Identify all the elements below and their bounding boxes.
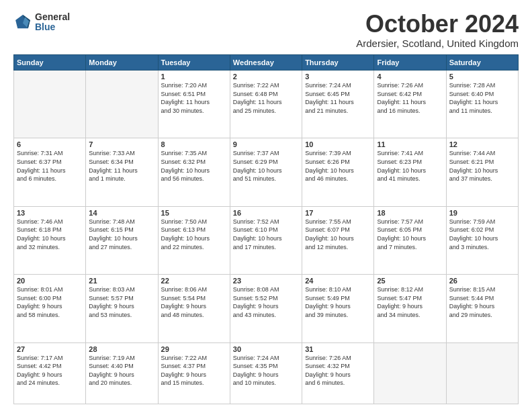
- weekday-header: Friday: [374, 55, 446, 71]
- day-info: Sunrise: 7:31 AM Sunset: 6:37 PM Dayligh…: [17, 149, 83, 183]
- calendar-cell: [86, 71, 158, 138]
- day-info: Sunrise: 7:55 AM Sunset: 6:07 PM Dayligh…: [305, 218, 371, 251]
- day-number: 25: [377, 277, 443, 285]
- calendar-cell: 30Sunrise: 7:24 AM Sunset: 4:35 PM Dayli…: [230, 342, 302, 404]
- calendar-cell: 26Sunrise: 8:15 AM Sunset: 5:44 PM Dayli…: [446, 275, 518, 342]
- calendar-cell: 5Sunrise: 7:28 AM Sunset: 6:40 PM Daylig…: [446, 71, 518, 138]
- logo-icon: [13, 13, 32, 32]
- day-number: 2: [233, 73, 299, 81]
- subtitle: Ardersier, Scotland, United Kingdom: [356, 38, 519, 49]
- day-number: 24: [305, 277, 371, 285]
- day-number: 30: [233, 345, 299, 353]
- day-number: 8: [161, 140, 227, 148]
- calendar-cell: 10Sunrise: 7:39 AM Sunset: 6:26 PM Dayli…: [302, 138, 374, 206]
- day-number: 3: [305, 73, 371, 81]
- day-number: 12: [449, 140, 515, 148]
- day-info: Sunrise: 7:41 AM Sunset: 6:23 PM Dayligh…: [377, 149, 443, 183]
- day-info: Sunrise: 7:57 AM Sunset: 6:05 PM Dayligh…: [377, 218, 443, 251]
- calendar-cell: 25Sunrise: 8:12 AM Sunset: 5:47 PM Dayli…: [374, 275, 446, 342]
- logo-blue: Blue: [35, 22, 70, 32]
- calendar-cell: 19Sunrise: 7:59 AM Sunset: 6:02 PM Dayli…: [446, 206, 518, 274]
- day-info: Sunrise: 7:26 AM Sunset: 4:32 PM Dayligh…: [305, 354, 371, 387]
- day-info: Sunrise: 7:17 AM Sunset: 4:42 PM Dayligh…: [17, 354, 83, 387]
- day-info: Sunrise: 7:20 AM Sunset: 6:51 PM Dayligh…: [161, 81, 227, 115]
- day-info: Sunrise: 8:03 AM Sunset: 5:57 PM Dayligh…: [89, 285, 154, 319]
- calendar-week-row: 1Sunrise: 7:20 AM Sunset: 6:51 PM Daylig…: [14, 71, 519, 138]
- calendar-cell: 12Sunrise: 7:44 AM Sunset: 6:21 PM Dayli…: [446, 138, 518, 206]
- calendar-cell: 28Sunrise: 7:19 AM Sunset: 4:40 PM Dayli…: [86, 342, 158, 404]
- calendar-cell: [14, 71, 86, 138]
- logo: General Blue: [13, 12, 70, 33]
- calendar-cell: 17Sunrise: 7:55 AM Sunset: 6:07 PM Dayli…: [302, 206, 374, 274]
- calendar-header-row: SundayMondayTuesdayWednesdayThursdayFrid…: [14, 55, 519, 71]
- calendar-week-row: 20Sunrise: 8:01 AM Sunset: 6:00 PM Dayli…: [14, 275, 519, 342]
- day-number: 9: [233, 140, 299, 148]
- day-info: Sunrise: 7:22 AM Sunset: 6:48 PM Dayligh…: [233, 81, 299, 115]
- calendar-week-row: 6Sunrise: 7:31 AM Sunset: 6:37 PM Daylig…: [14, 138, 519, 206]
- day-info: Sunrise: 8:06 AM Sunset: 5:54 PM Dayligh…: [161, 285, 227, 319]
- day-number: 10: [305, 140, 371, 148]
- calendar-cell: 3Sunrise: 7:24 AM Sunset: 6:45 PM Daylig…: [302, 71, 374, 138]
- day-info: Sunrise: 7:35 AM Sunset: 6:32 PM Dayligh…: [161, 149, 227, 183]
- day-info: Sunrise: 8:10 AM Sunset: 5:49 PM Dayligh…: [305, 285, 371, 319]
- day-info: Sunrise: 8:08 AM Sunset: 5:52 PM Dayligh…: [233, 285, 299, 319]
- calendar-cell: 4Sunrise: 7:26 AM Sunset: 6:42 PM Daylig…: [374, 71, 446, 138]
- calendar-cell: 9Sunrise: 7:37 AM Sunset: 6:29 PM Daylig…: [230, 138, 302, 206]
- day-number: 26: [449, 277, 515, 285]
- day-number: 27: [17, 345, 83, 353]
- weekday-header: Monday: [86, 55, 158, 71]
- calendar-cell: 23Sunrise: 8:08 AM Sunset: 5:52 PM Dayli…: [230, 275, 302, 342]
- calendar-cell: 14Sunrise: 7:48 AM Sunset: 6:15 PM Dayli…: [86, 206, 158, 274]
- day-number: 17: [305, 209, 371, 217]
- day-info: Sunrise: 7:22 AM Sunset: 4:37 PM Dayligh…: [161, 354, 227, 387]
- weekday-header: Saturday: [446, 55, 518, 71]
- day-number: 1: [161, 73, 227, 81]
- day-number: 15: [161, 209, 227, 217]
- calendar-cell: 2Sunrise: 7:22 AM Sunset: 6:48 PM Daylig…: [230, 71, 302, 138]
- day-number: 28: [89, 345, 154, 353]
- calendar-cell: 27Sunrise: 7:17 AM Sunset: 4:42 PM Dayli…: [14, 342, 86, 404]
- calendar-cell: 31Sunrise: 7:26 AM Sunset: 4:32 PM Dayli…: [302, 342, 374, 404]
- day-number: 20: [17, 277, 83, 285]
- day-info: Sunrise: 7:44 AM Sunset: 6:21 PM Dayligh…: [449, 149, 515, 183]
- day-info: Sunrise: 8:12 AM Sunset: 5:47 PM Dayligh…: [377, 285, 443, 319]
- calendar-cell: 21Sunrise: 8:03 AM Sunset: 5:57 PM Dayli…: [86, 275, 158, 342]
- day-number: 31: [305, 345, 371, 353]
- day-info: Sunrise: 7:50 AM Sunset: 6:13 PM Dayligh…: [161, 218, 227, 251]
- weekday-header: Tuesday: [158, 55, 230, 71]
- day-info: Sunrise: 8:01 AM Sunset: 6:00 PM Dayligh…: [17, 285, 83, 319]
- title-block: October 2024 Ardersier, Scotland, United…: [356, 12, 519, 49]
- calendar-cell: 6Sunrise: 7:31 AM Sunset: 6:37 PM Daylig…: [14, 138, 86, 206]
- day-info: Sunrise: 7:24 AM Sunset: 4:35 PM Dayligh…: [233, 354, 299, 387]
- calendar-cell: 13Sunrise: 7:46 AM Sunset: 6:18 PM Dayli…: [14, 206, 86, 274]
- day-info: Sunrise: 7:59 AM Sunset: 6:02 PM Dayligh…: [449, 218, 515, 251]
- day-number: 29: [161, 345, 227, 353]
- day-number: 13: [17, 209, 83, 217]
- day-number: 18: [377, 209, 443, 217]
- weekday-header: Thursday: [302, 55, 374, 71]
- calendar-cell: 22Sunrise: 8:06 AM Sunset: 5:54 PM Dayli…: [158, 275, 230, 342]
- day-number: 22: [161, 277, 227, 285]
- header: General Blue October 2024 Ardersier, Sco…: [13, 12, 519, 49]
- calendar-cell: 16Sunrise: 7:52 AM Sunset: 6:10 PM Dayli…: [230, 206, 302, 274]
- day-number: 7: [89, 140, 154, 148]
- day-info: Sunrise: 8:15 AM Sunset: 5:44 PM Dayligh…: [449, 285, 515, 319]
- calendar-cell: 20Sunrise: 8:01 AM Sunset: 6:00 PM Dayli…: [14, 275, 86, 342]
- calendar-cell: [446, 342, 518, 404]
- month-title: October 2024: [356, 12, 519, 36]
- calendar-cell: 1Sunrise: 7:20 AM Sunset: 6:51 PM Daylig…: [158, 71, 230, 138]
- logo-text: General Blue: [35, 12, 70, 33]
- calendar-cell: 18Sunrise: 7:57 AM Sunset: 6:05 PM Dayli…: [374, 206, 446, 274]
- calendar-cell: 7Sunrise: 7:33 AM Sunset: 6:34 PM Daylig…: [86, 138, 158, 206]
- weekday-header: Sunday: [14, 55, 86, 71]
- page: General Blue October 2024 Ardersier, Sco…: [0, 0, 532, 411]
- logo-general: General: [35, 12, 70, 22]
- day-number: 11: [377, 140, 443, 148]
- day-info: Sunrise: 7:37 AM Sunset: 6:29 PM Dayligh…: [233, 149, 299, 183]
- calendar-cell: 15Sunrise: 7:50 AM Sunset: 6:13 PM Dayli…: [158, 206, 230, 274]
- day-info: Sunrise: 7:39 AM Sunset: 6:26 PM Dayligh…: [305, 149, 371, 183]
- calendar-cell: 8Sunrise: 7:35 AM Sunset: 6:32 PM Daylig…: [158, 138, 230, 206]
- day-number: 23: [233, 277, 299, 285]
- calendar-cell: 24Sunrise: 8:10 AM Sunset: 5:49 PM Dayli…: [302, 275, 374, 342]
- calendar-table: SundayMondayTuesdayWednesdayThursdayFrid…: [13, 54, 519, 404]
